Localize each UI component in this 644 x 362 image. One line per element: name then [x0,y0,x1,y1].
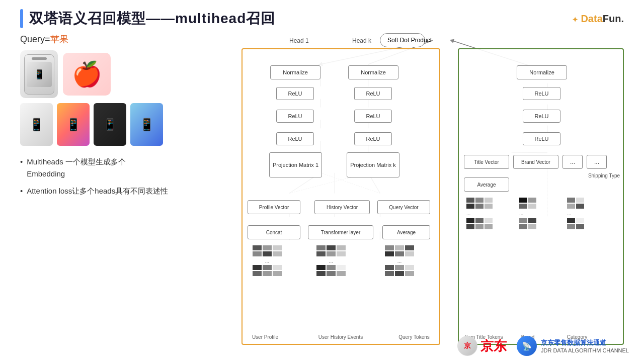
left-panel: Query=苹果 📱 🍎 📱 [20,33,231,325]
item-relu-1: ReLU [523,87,560,100]
title-vector: Title Vector [464,155,509,169]
bullet-dot-2: • [20,185,23,197]
category-embeddings: ... [567,198,584,229]
normalize-1: Normalize [270,65,320,79]
bullet-item-1: • Multiheads 一个模型生成多个 Embedding [20,156,231,180]
jdr-text-container: 京东零售数据算法通道 JDR DATA ALGORITHM CHANNEL [541,338,629,353]
bullet-item-2: • Attention loss让多个heads具有不同表述性 [20,185,231,197]
diagram-area: Soft Dot Product Head 1 Head k Normalize… [242,33,624,325]
query-vector: Query Vector [377,200,430,214]
jdr-line2: JDR DATA ALGORITHM CHANNEL [541,347,629,353]
history-vector: History Vector [314,200,370,214]
user-profile-label: User Profile [245,334,285,340]
footer: 京 京东 📡 京东零售数据算法通道 JDR DATA ALGORITHM CHA… [457,336,629,356]
datafun-logo: ✦ DataFun. [572,13,624,25]
headk-label: Head k [352,37,371,44]
title-accent [20,9,23,28]
phones-row: 📱 📱 📱 📱 [20,103,231,146]
content-area: Query=苹果 📱 🍎 📱 [0,33,644,325]
transformer-box: Transformer layer [308,225,373,239]
soft-dot-product: Soft Dot Product [380,33,425,47]
logo-data: Data [581,13,602,24]
header: 双塔语义召回模型——multihead召回 ✦ DataFun. [0,0,644,33]
phone-image-5: 📱 [130,103,163,146]
user-profile-embeddings: ... [253,245,282,276]
normalize-2: Normalize [348,65,398,79]
jd-text: 京东 [480,337,507,355]
phone-image-2: 📱 [20,103,53,146]
history-events-label: User History Events [310,334,371,340]
item-normalize: Normalize [517,65,567,79]
item-relu-2: ReLU [523,110,560,123]
query-tower: Normalize Normalize ReLU ReLU ReLU ReLU [242,48,440,345]
brand-embeddings: ... [519,198,536,229]
brand-vector: Brand Vector [513,155,558,169]
concat-box: Concat [248,225,300,239]
query-tokens-label: Query Tokens [391,334,437,340]
relu-3-1: ReLU [276,132,314,145]
phone-image-4: 📱 [94,103,126,146]
shipping-type-label: Shipping Type [588,172,620,179]
jdr-icon: 📡 [517,336,537,356]
jd-logo-container: 京 京东 [457,336,507,356]
projection-matrix-k: Projection Matrix k [347,152,399,177]
title-bar: 双塔语义召回模型——multihead召回 [20,9,275,28]
query-label: Query=苹果 [20,33,231,45]
profile-vector: Profile Vector [248,200,300,214]
bullet-text-1: Multiheads 一个模型生成多个 Embedding [27,156,126,180]
item-average: Average [464,177,509,192]
bullet-text-2: Attention loss让多个heads具有不同表述性 [27,185,168,197]
item-tower: Normalize ReLU ReLU ReLU Title Vector [458,48,624,345]
apple-image: 🍎 [63,53,111,96]
average-query: Average [382,225,430,239]
phone-image-1: 📱 [20,50,58,98]
relu-1-2: ReLU [354,87,392,100]
item-title-embeddings: ... [466,198,493,229]
dots-vector-1: ... [562,155,583,169]
bullet-dot-1: • [20,156,23,180]
head1-label: Head 1 [289,37,309,44]
nn-container: Soft Dot Product Head 1 Head k Normalize… [242,33,624,325]
jdr-line1: 京东零售数据算法通道 [541,338,629,347]
query-token-embeddings: ... [385,245,414,276]
top-images: 📱 🍎 [20,50,231,98]
logo-fun: Fun. [603,13,624,24]
dots-vector-2: ... [587,155,607,169]
projection-matrix-1: Projection Matrix 1 [269,152,322,177]
history-embeddings: ... [316,245,346,276]
jd-logo-icon: 京 [457,336,477,356]
query-value: 苹果 [50,34,68,44]
bullet-points: • Multiheads 一个模型生成多个 Embedding • Attent… [20,156,231,197]
page-title: 双塔语义召回模型——multihead召回 [29,9,275,28]
relu-2-2: ReLU [354,110,392,123]
phone-image-3: 📱 [57,103,90,146]
relu-3-2: ReLU [354,132,392,145]
item-relu-3: ReLU [523,132,560,145]
jdr-logo-container: 📡 京东零售数据算法通道 JDR DATA ALGORITHM CHANNEL [517,336,629,356]
relu-2-1: ReLU [276,110,314,123]
relu-1-1: ReLU [276,87,314,100]
